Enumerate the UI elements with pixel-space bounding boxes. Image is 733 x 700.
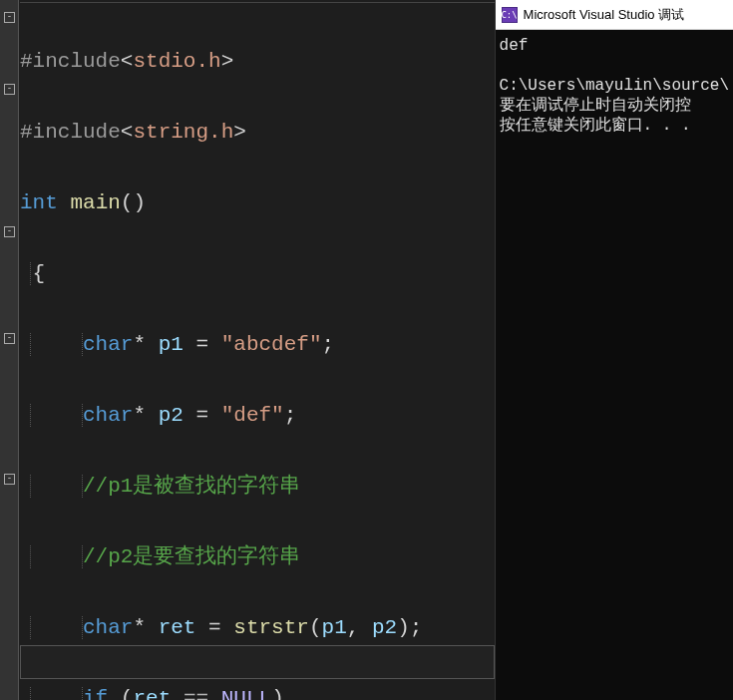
fold-icon[interactable]: - xyxy=(4,333,15,344)
console-pane[interactable]: C:\ Microsoft Visual Studio 调试 def C:\Us… xyxy=(495,0,733,700)
identifier: p1 xyxy=(159,333,183,356)
editor-gutter: - - - - - xyxy=(0,0,19,700)
fold-icon[interactable]: - xyxy=(4,474,15,485)
string-literal: "def" xyxy=(221,404,284,427)
fold-icon[interactable]: - xyxy=(4,12,15,23)
console-title: Microsoft Visual Studio 调试 xyxy=(524,6,685,24)
console-line: def xyxy=(500,37,529,55)
editor-ruler xyxy=(20,2,495,5)
console-title-icon: C:\ xyxy=(502,7,518,23)
fold-icon[interactable]: - xyxy=(4,226,15,237)
function-call: strstr xyxy=(233,616,309,639)
string-literal: "abcdef" xyxy=(221,333,322,356)
fold-icon[interactable]: - xyxy=(4,84,15,95)
console-titlebar[interactable]: C:\ Microsoft Visual Studio 调试 xyxy=(496,0,733,30)
keyword: int xyxy=(20,191,58,214)
preproc-directive: #include xyxy=(20,50,121,73)
preproc-directive: #include xyxy=(20,121,121,144)
header-name: string.h xyxy=(133,121,233,144)
comment: //p2是要查找的字符串 xyxy=(83,545,300,568)
identifier: ret xyxy=(159,616,196,639)
console-output: def C:\Users\mayulin\source\ 要在调试停止时自动关闭… xyxy=(496,30,733,142)
identifier: p2 xyxy=(159,404,183,427)
macro: NULL xyxy=(221,687,271,701)
console-line: C:\Users\mayulin\source\ xyxy=(500,77,729,95)
code-area[interactable]: #include<stdio.h> #include<string.h> int… xyxy=(20,8,495,700)
comment: //p1是被查找的字符串 xyxy=(83,475,300,498)
keyword: if xyxy=(83,687,108,701)
header-name: stdio.h xyxy=(133,50,220,73)
code-editor-pane[interactable]: - - - - - #include<stdio.h> #include<str… xyxy=(0,0,495,700)
console-line: 要在调试停止时自动关闭控 xyxy=(500,97,691,115)
function-name: main xyxy=(70,191,120,214)
console-line: 按任意键关闭此窗口. . . xyxy=(500,117,691,135)
